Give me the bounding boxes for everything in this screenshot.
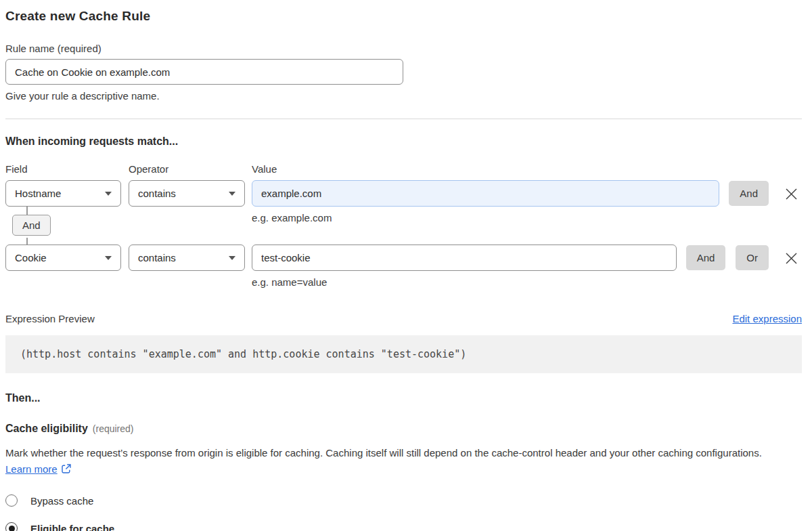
add-and-condition-button-2[interactable]: And — [686, 245, 726, 270]
rule-name-input[interactable] — [5, 59, 403, 85]
create-cache-rule-page: Create new Cache Rule Rule name (require… — [0, 0, 812, 531]
radio-selected-dot — [9, 526, 15, 531]
then-heading: Then... — [5, 392, 802, 404]
radio-icon — [5, 522, 18, 531]
required-note: (required) — [93, 423, 134, 434]
field-column-label: Field — [5, 163, 129, 175]
section-divider — [5, 119, 802, 119]
chevron-down-icon — [229, 192, 235, 196]
condition-row-1: Hostname contains e.g. example.com And — [5, 180, 802, 224]
chevron-down-icon — [229, 256, 235, 260]
value-column-label: Value — [252, 163, 277, 175]
expression-preview-label: Expression Preview — [5, 313, 95, 324]
operator-column-label: Operator — [129, 163, 252, 175]
condition-row-2: Cookie contains e.g. name=value And Or — [5, 245, 802, 288]
remove-condition-button-2[interactable] — [784, 251, 798, 266]
add-and-condition-button-1[interactable]: And — [729, 181, 769, 206]
field-select-1[interactable]: Hostname — [5, 180, 121, 207]
match-heading: When incoming requests match... — [5, 135, 802, 148]
value-input-2[interactable] — [252, 245, 677, 271]
operator-select-1-value: contains — [138, 188, 176, 199]
value-input-1[interactable] — [252, 180, 719, 207]
operator-select-2[interactable]: contains — [129, 245, 245, 271]
external-link-icon — [61, 463, 72, 474]
remove-condition-button-1[interactable] — [784, 186, 798, 201]
field-select-1-value: Hostname — [15, 188, 61, 199]
learn-more-link[interactable]: Learn more — [5, 463, 58, 475]
close-icon — [785, 188, 798, 200]
connector-and-button[interactable]: And — [12, 215, 51, 236]
operator-select-1[interactable]: contains — [129, 180, 245, 207]
radio-label: Eligible for cache — [30, 523, 114, 531]
edit-expression-link[interactable]: Edit expression — [732, 313, 802, 324]
value-column-2: e.g. name=value — [252, 245, 677, 288]
chevron-down-icon — [105, 256, 112, 260]
cache-eligibility-heading: Cache eligibility(required) — [5, 423, 802, 435]
chevron-down-icon — [105, 192, 112, 196]
field-select-2-value: Cookie — [15, 252, 47, 263]
value-column-1: e.g. example.com — [252, 180, 719, 224]
add-or-condition-button-2[interactable]: Or — [736, 245, 769, 270]
radio-icon — [5, 494, 18, 507]
rule-name-label: Rule name (required) — [5, 43, 802, 54]
description-text: Mark whether the request’s response from… — [5, 447, 762, 459]
value-hint-1: e.g. example.com — [252, 212, 719, 224]
radio-label: Bypass cache — [30, 495, 93, 507]
rule-name-helper: Give your rule a descriptive name. — [5, 90, 802, 102]
page-title: Create new Cache Rule — [5, 9, 802, 24]
builder-column-labels: Field Operator Value — [5, 163, 802, 175]
radio-option-bypass-cache[interactable]: Bypass cache — [5, 494, 802, 507]
cache-eligibility-description: Mark whether the request’s response from… — [5, 445, 790, 477]
radio-option-eligible-for-cache[interactable]: Eligible for cache — [5, 522, 802, 531]
condition-connector: And — [26, 224, 802, 245]
cache-eligibility-title: Cache eligibility — [5, 423, 88, 434]
field-select-2[interactable]: Cookie — [5, 245, 121, 271]
value-hint-2: e.g. name=value — [252, 276, 677, 288]
operator-select-2-value: contains — [138, 252, 176, 263]
rule-name-section: Rule name (required) Give your rule a de… — [5, 43, 802, 102]
expression-preview-header: Expression Preview Edit expression — [5, 313, 802, 324]
expression-code-block: (http.host contains "example.com" and ht… — [5, 335, 802, 373]
close-icon — [785, 252, 798, 265]
